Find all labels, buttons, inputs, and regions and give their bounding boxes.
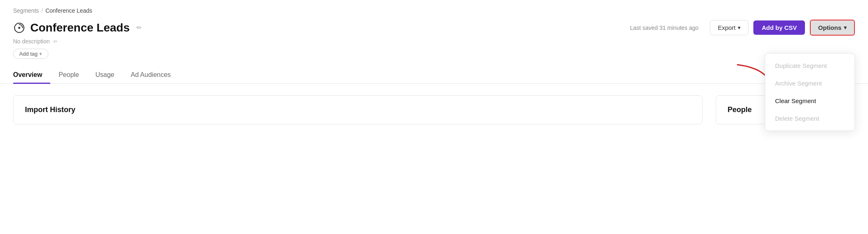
tag-row: Add tag +: [0, 45, 868, 59]
tab-ad-audiences[interactable]: Ad Audiences: [122, 68, 179, 83]
people-panel-title: People: [728, 106, 752, 114]
description-edit-icon[interactable]: ✏: [53, 38, 58, 45]
breadcrumb-current: Conference Leads: [45, 7, 92, 14]
add-tag-button[interactable]: Add tag +: [13, 49, 48, 59]
add-by-csv-button[interactable]: Add by CSV: [753, 20, 805, 35]
tab-overview[interactable]: Overview: [13, 68, 50, 83]
description-row: No description ✏: [0, 36, 868, 45]
add-tag-label: Add tag +: [19, 51, 42, 57]
breadcrumb: Segments / Conference Leads: [0, 0, 868, 14]
last-saved-text: Last saved 31 minutes ago: [630, 25, 698, 31]
dropdown-duplicate[interactable]: Duplicate Segment: [765, 57, 854, 74]
options-button[interactable]: Options ▾: [810, 20, 855, 36]
content-area: Import History People 0 people ›: [0, 84, 868, 124]
dropdown-archive[interactable]: Archive Segment: [765, 74, 854, 92]
title-edit-icon[interactable]: ✏: [136, 24, 142, 32]
import-history-title: Import History: [25, 106, 75, 114]
options-chevron: ▾: [844, 25, 847, 31]
tabs-row: Overview People Usage Ad Audiences: [0, 59, 868, 84]
breadcrumb-parent[interactable]: Segments: [13, 7, 39, 14]
page-title: Conference Leads: [30, 21, 130, 34]
page-wrapper: Segments / Conference Leads Conference L…: [0, 0, 868, 234]
export-label: Export: [718, 24, 735, 31]
header-row: Conference Leads ✏ Last saved 31 minutes…: [0, 14, 868, 36]
description-text: No description: [13, 38, 50, 45]
export-button[interactable]: Export ▾: [710, 20, 748, 35]
dropdown-clear[interactable]: Clear Segment: [765, 92, 854, 110]
breadcrumb-separator: /: [41, 7, 43, 14]
segment-icon: [13, 22, 25, 34]
add-csv-label: Add by CSV: [762, 24, 797, 31]
tab-people[interactable]: People: [50, 68, 87, 83]
import-history-panel: Import History: [13, 95, 703, 124]
import-history-header: Import History: [25, 106, 691, 114]
tab-usage[interactable]: Usage: [87, 68, 122, 83]
dropdown-delete[interactable]: Delete Segment: [765, 110, 854, 127]
options-dropdown: Duplicate Segment Archive Segment Clear …: [765, 53, 855, 131]
export-chevron: ▾: [738, 25, 741, 31]
options-label: Options: [818, 24, 841, 31]
svg-point-1: [18, 27, 20, 29]
